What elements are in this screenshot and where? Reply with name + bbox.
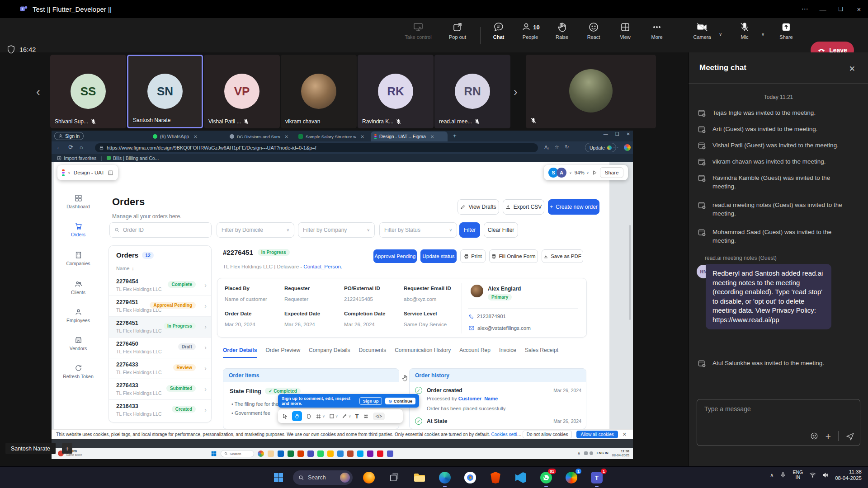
- filter-domicile-select[interactable]: Filter by Domicile∨: [217, 222, 294, 238]
- inner-search-box[interactable]: Search: [221, 450, 254, 457]
- favorite-star-icon[interactable]: ☆: [555, 144, 559, 150]
- view-button[interactable]: View: [609, 22, 642, 50]
- filter-status-select[interactable]: Filter by Status∨: [379, 222, 457, 238]
- tab-sales-receipt[interactable]: Sales Receipt: [525, 347, 558, 358]
- tab-close-icon[interactable]: ✕: [430, 134, 434, 139]
- order-row[interactable]: 2276450TL Flex Holdings LLCDraft›: [109, 337, 211, 358]
- taskbar-explorer-icon[interactable]: [412, 470, 427, 485]
- mic-options-chevron-icon[interactable]: ∨: [761, 32, 764, 37]
- print-button[interactable]: Print: [460, 249, 486, 263]
- chat-close-icon[interactable]: ✕: [849, 64, 855, 74]
- taskbar-firefox-icon[interactable]: [362, 470, 376, 485]
- participant-tile[interactable]: vikram chavan: [281, 55, 357, 128]
- browser-menu-icon[interactable]: ⋯: [613, 145, 618, 151]
- tab-order-details[interactable]: Order Details: [223, 347, 257, 358]
- fill-online-form-button[interactable]: Fill Online Form: [489, 249, 538, 263]
- emoji-icon[interactable]: [810, 432, 818, 440]
- browser-profile-avatar[interactable]: [624, 144, 631, 151]
- sidebar-item-clients[interactable]: Clients: [54, 280, 102, 302]
- taskbar-vscode-icon[interactable]: [514, 470, 528, 485]
- cookie-close-icon[interactable]: ✕: [623, 432, 627, 437]
- contact-person-link[interactable]: Contact_Person.: [303, 264, 342, 269]
- cookie-settings-link[interactable]: Cookies settings: [491, 432, 523, 437]
- home-icon[interactable]: ⌂: [80, 144, 83, 150]
- participant-tile[interactable]: RN read.ai mee...: [434, 55, 510, 128]
- browser-tab-figma-active[interactable]: Design - UAT – Figma✕: [371, 131, 448, 141]
- inner-app-icon[interactable]: [268, 450, 274, 457]
- order-id-search-input[interactable]: Order ID: [109, 222, 212, 238]
- wifi-icon[interactable]: [809, 472, 816, 478]
- order-row[interactable]: 2279454TL Flex Holdings LLCComplete›: [109, 275, 211, 296]
- figma-share-button[interactable]: Share: [600, 167, 624, 178]
- approval-pending-button[interactable]: Approval Pending: [373, 249, 417, 263]
- participant-tile[interactable]: RK Ravindra K...: [358, 55, 434, 128]
- layout-icon[interactable]: [108, 170, 113, 176]
- refresh-icon[interactable]: ⟳: [68, 144, 73, 150]
- inner-app-icon[interactable]: [297, 450, 304, 457]
- column-name[interactable]: Name: [116, 266, 129, 271]
- send-icon[interactable]: [846, 432, 854, 441]
- zoom-level-control[interactable]: 94%∨: [575, 170, 589, 175]
- browser-restore-icon[interactable]: ❑: [615, 131, 619, 136]
- contact-email[interactable]: alex@vstatefilings.com: [477, 325, 531, 331]
- window-more-icon[interactable]: ⋯: [796, 5, 814, 13]
- filter-company-select[interactable]: Filter by Company∨: [298, 222, 375, 238]
- tray-chevron-icon[interactable]: ∧: [770, 472, 774, 478]
- camera-button[interactable]: Camera: [685, 22, 719, 50]
- taskbar-clock[interactable]: 11:38 08-04-2025: [835, 469, 862, 481]
- participant-tile[interactable]: VP Vishal Patil ...: [204, 55, 280, 128]
- strip-scroll-left-icon[interactable]: ‹: [36, 85, 40, 99]
- browser-close-icon[interactable]: ✕: [627, 131, 630, 136]
- mic-button[interactable]: Mic: [728, 22, 761, 50]
- sort-arrow-icon[interactable]: ↓: [132, 266, 134, 271]
- bookmark-bills-billing[interactable]: Bills | Billing and Co...: [107, 155, 159, 161]
- collaborator-avatar[interactable]: A: [557, 168, 566, 178]
- inner-app-icon[interactable]: [347, 450, 354, 457]
- hand-tool-icon-active[interactable]: [292, 411, 302, 421]
- figma-sign-up-button[interactable]: Sign up: [359, 397, 382, 405]
- language-indicator[interactable]: ENGIN: [793, 470, 803, 480]
- bookmark-import-favorites[interactable]: Import favorites: [57, 155, 96, 161]
- inner-language-indicator[interactable]: ENG IN: [597, 451, 609, 455]
- participant-tile-active-speaker[interactable]: SN Santosh Narate: [127, 55, 203, 128]
- react-button[interactable]: React: [577, 22, 610, 50]
- read-aloud-icon[interactable]: A): [544, 145, 549, 150]
- order-row[interactable]: 2276433TL Flex Holdings LLCSubmitted›: [109, 379, 211, 399]
- window-minimize-icon[interactable]: —: [814, 5, 832, 13]
- deny-cookies-button[interactable]: Do not allow cookies: [523, 431, 572, 438]
- sidebar-item-companies[interactable]: Companies: [54, 251, 102, 273]
- order-row-selected[interactable]: 2276451TL Flex Holdings LLCIn Progress›: [109, 316, 211, 337]
- start-button[interactable]: [271, 470, 286, 485]
- inner-app-icon[interactable]: [357, 450, 363, 457]
- component-tool-icon[interactable]: [363, 413, 369, 419]
- scale-tool-icon[interactable]: [306, 413, 311, 419]
- tray-mic-icon[interactable]: [780, 472, 786, 478]
- participant-tile-large[interactable]: [526, 55, 656, 128]
- tab-close-icon[interactable]: ✕: [361, 134, 364, 139]
- inner-tray-chevron-icon[interactable]: ∧: [577, 451, 580, 455]
- contact-phone[interactable]: 2123874901: [477, 314, 506, 319]
- inner-tray-icons[interactable]: [584, 451, 593, 455]
- inner-app-icon[interactable]: [317, 450, 324, 457]
- tab-close-icon[interactable]: ✕: [193, 134, 197, 139]
- chevron-down-icon[interactable]: ∨: [68, 171, 71, 175]
- tab-invoice[interactable]: Invoice: [499, 347, 516, 358]
- clear-filter-button[interactable]: Clear Filter: [484, 222, 518, 238]
- back-icon[interactable]: ←: [56, 144, 62, 150]
- window-close-icon[interactable]: ×: [850, 5, 868, 13]
- tab-documents[interactable]: Documents: [359, 347, 386, 358]
- participant-tile[interactable]: SS Shivani Sup...: [50, 55, 126, 128]
- tab-company-details[interactable]: Company Details: [309, 347, 350, 358]
- inner-app-icon[interactable]: [367, 450, 373, 457]
- present-play-icon[interactable]: [592, 170, 597, 175]
- move-tool-icon[interactable]: [282, 413, 288, 419]
- taskbar-brave-icon[interactable]: [488, 470, 503, 485]
- inner-app-icon[interactable]: [387, 450, 393, 457]
- taskbar-chat-icon[interactable]: 1: [564, 470, 579, 485]
- url-bar[interactable]: https://www.figma.com/design/9BKQ0FOHRWa…: [95, 143, 538, 152]
- browser-tab-whatsapp[interactable]: (6) WhatsApp✕: [149, 131, 223, 141]
- shape-tool-icon[interactable]: ∨: [329, 413, 338, 419]
- view-drafts-button[interactable]: View Drafts: [458, 199, 499, 215]
- pop-out-button[interactable]: Pop out: [441, 22, 474, 50]
- session-sync-icon[interactable]: ↻: [565, 144, 569, 150]
